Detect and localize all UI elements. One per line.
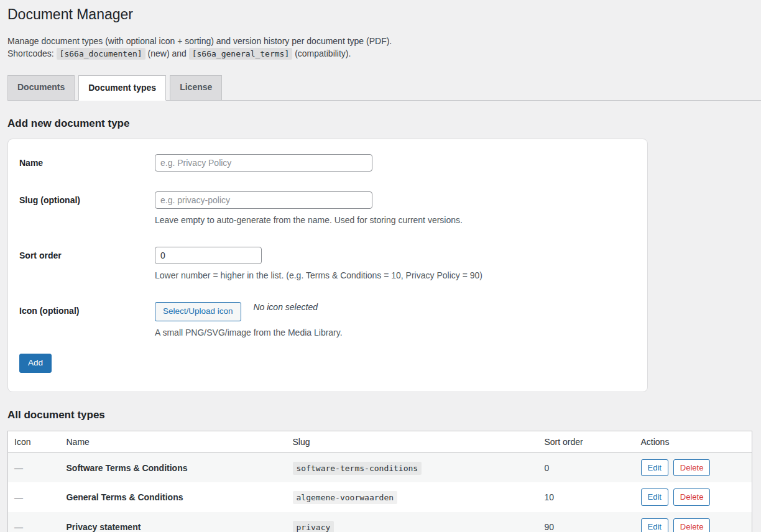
type-actions: Edit Delete	[635, 452, 752, 482]
column-header-sort-order: Sort order	[538, 431, 635, 452]
sort-order-label: Sort order	[19, 247, 155, 260]
add-button[interactable]: Add	[19, 354, 52, 373]
shortcode-compat: [s66a_general_terms]	[189, 48, 293, 60]
type-actions: Edit Delete	[635, 482, 752, 512]
tab-license[interactable]: License	[170, 75, 222, 100]
slug-input[interactable]	[155, 191, 372, 209]
column-header-slug: Slug	[287, 431, 538, 452]
delete-button[interactable]: Delete	[673, 488, 711, 506]
icon-row: Icon (optional) Select/Upload icon No ic…	[19, 302, 636, 339]
tab-documents[interactable]: Documents	[7, 75, 75, 100]
description-line: Manage document types (with optional ico…	[7, 35, 754, 47]
delete-button[interactable]: Delete	[673, 518, 711, 532]
type-actions: Edit Delete	[635, 512, 752, 532]
shortcode-new: [s66a_documenten]	[57, 48, 145, 60]
add-form-card: Name Slug (optional) Leave empty to auto…	[7, 139, 648, 392]
edit-button[interactable]: Edit	[641, 488, 668, 506]
type-sort-order: 10	[538, 482, 635, 512]
page-title: Document Manager	[7, 0, 754, 24]
type-name: Privacy statement	[60, 512, 287, 532]
type-name: General Terms & Conditions	[60, 482, 287, 512]
type-sort-order: 90	[538, 512, 635, 532]
name-label: Name	[19, 154, 155, 168]
table-row: — Privacy statement privacy 90 Edit Dele…	[8, 512, 752, 532]
slug-hint: Leave empty to auto-generate from the na…	[155, 214, 636, 227]
type-name: Software Terms & Conditions	[60, 452, 287, 482]
tab-document-types[interactable]: Document types	[78, 75, 166, 101]
add-form-heading: Add new document type	[7, 116, 754, 131]
edit-button[interactable]: Edit	[641, 518, 668, 532]
table-header-row: Icon Name Slug Sort order Actions	[8, 431, 752, 452]
tab-bar: Documents Document types License	[7, 75, 761, 101]
column-header-actions: Actions	[635, 431, 752, 452]
icon-label: Icon (optional)	[19, 302, 155, 316]
shortcodes-line: Shortcodes: [s66a_documenten] (new) and …	[7, 47, 754, 60]
type-slug: software-terms-conditions	[293, 462, 422, 475]
page: Document Manager Manage document types (…	[0, 0, 761, 532]
type-icon-cell: —	[8, 512, 60, 532]
column-header-name: Name	[60, 431, 287, 452]
shortcodes-label: Shortcodes:	[7, 48, 54, 58]
shortcodes-after: (compatibility).	[295, 48, 351, 58]
name-row: Name	[19, 154, 636, 172]
page-description: Manage document types (with optional ico…	[7, 35, 754, 60]
type-icon-cell: —	[8, 452, 60, 482]
icon-status-text: No icon selected	[253, 302, 318, 312]
shortcodes-between: (new) and	[148, 48, 187, 58]
type-slug: algemene-voorwaarden	[293, 491, 398, 504]
slug-label: Slug (optional)	[19, 191, 155, 205]
sort-order-hint: Lower number = higher in the list. (e.g.…	[155, 270, 636, 282]
edit-button[interactable]: Edit	[641, 459, 668, 477]
table-row: — Software Terms & Conditions software-t…	[8, 452, 752, 482]
delete-button[interactable]: Delete	[673, 459, 711, 477]
document-types-table: Icon Name Slug Sort order Actions — Soft…	[7, 431, 752, 532]
slug-row: Slug (optional) Leave empty to auto-gene…	[19, 191, 636, 227]
icon-hint: A small PNG/SVG/image from the Media Lib…	[155, 327, 636, 339]
column-header-icon: Icon	[8, 431, 60, 452]
type-slug: privacy	[293, 521, 334, 532]
sort-order-input[interactable]	[155, 247, 262, 264]
type-sort-order: 0	[538, 452, 635, 482]
type-icon-cell: —	[8, 482, 60, 512]
types-table-heading: All document types	[7, 408, 754, 423]
table-row: — General Terms & Conditions algemene-vo…	[8, 482, 752, 512]
select-upload-icon-button[interactable]: Select/Upload icon	[155, 302, 241, 321]
sort-order-row: Sort order Lower number = higher in the …	[19, 247, 636, 282]
name-input[interactable]	[155, 154, 372, 172]
